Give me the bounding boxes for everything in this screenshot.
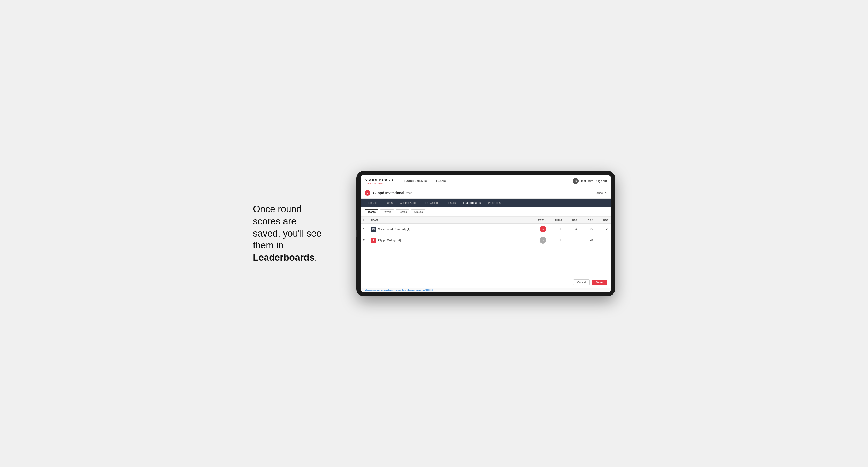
tab-tee-groups[interactable]: Tee Groups xyxy=(421,198,443,207)
cell-rd2: +5 xyxy=(580,223,595,235)
table-header-row: # TEAM TOTAL THRU RD1 RD2 RD3 xyxy=(361,217,611,224)
subtab-players[interactable]: Players xyxy=(380,210,394,214)
leaderboard-table: # TEAM TOTAL THRU RD1 RD2 RD3 1 SU Score… xyxy=(361,217,611,246)
col-rd2: RD2 xyxy=(580,217,595,224)
nav-links: TOURNAMENTS TEAMS xyxy=(400,175,450,187)
cell-rd3: +3 xyxy=(595,235,611,246)
text-line2: scores are xyxy=(253,216,297,226)
cell-total: -5 xyxy=(531,223,549,235)
user-name: Test User | xyxy=(581,180,594,183)
subtab-teams[interactable]: Teams xyxy=(365,210,378,214)
footer-cancel-button[interactable]: Cancel xyxy=(573,279,590,285)
tournament-gender: (Men) xyxy=(406,191,413,194)
nav-right: S Test User | Sign out xyxy=(573,178,607,184)
team-logo-icon: C xyxy=(371,238,376,243)
tablet-screen: SCOREBOARD Powered by clippd TOURNAMENTS… xyxy=(361,175,611,292)
tab-leaderboards[interactable]: Leaderboards xyxy=(460,198,485,207)
team-name: Scoreboard University [A] xyxy=(378,227,410,231)
logo-scoreboard: SCOREBOARD xyxy=(365,178,393,182)
subtab-scores[interactable]: Scores xyxy=(396,210,409,214)
tab-course-setup[interactable]: Course Setup xyxy=(396,198,421,207)
score-badge: -5 xyxy=(539,226,546,232)
url-text: https://stage-blue-coach.stagescoreboard… xyxy=(365,289,433,291)
col-team: TEAM xyxy=(368,217,531,224)
cell-team: SU Scoreboard University [A] xyxy=(368,223,531,235)
col-thru: THRU xyxy=(549,217,564,224)
text-line3: saved, you'll see xyxy=(253,228,321,239)
tournament-name: Clippd Invitational xyxy=(373,191,404,195)
tournament-icon: C xyxy=(365,190,370,196)
logo-area: SCOREBOARD Powered by clippd xyxy=(365,178,393,184)
table-row: 1 SU Scoreboard University [A] -5 F -4 +… xyxy=(361,223,611,235)
sign-out-button[interactable]: Sign out xyxy=(596,180,607,183)
team-name: Clippd College [A] xyxy=(378,239,401,242)
tournament-cancel-button[interactable]: Cancel ✕ xyxy=(595,191,607,194)
tournament-header: C Clippd Invitational (Men) Cancel ✕ xyxy=(361,187,611,198)
url-bar: https://stage-blue-coach.stagescoreboard… xyxy=(361,287,611,292)
team-logo-icon: SU xyxy=(371,226,376,232)
nav-tournaments[interactable]: TOURNAMENTS xyxy=(400,175,431,187)
cell-thru: F xyxy=(549,235,564,246)
col-rd1: RD1 xyxy=(564,217,580,224)
tab-results[interactable]: Results xyxy=(443,198,460,207)
text-line5-bold: Leaderboards xyxy=(253,252,314,263)
cell-thru: F xyxy=(549,223,564,235)
score-badge: +3 xyxy=(539,237,546,244)
left-description: Once round scores are saved, you'll see … xyxy=(253,203,341,264)
text-line4: them in xyxy=(253,240,283,251)
footer-bar: Cancel Save xyxy=(361,277,611,287)
tab-details[interactable]: Details xyxy=(365,198,381,207)
footer-save-button[interactable]: Save xyxy=(592,280,607,285)
cell-total: +3 xyxy=(531,235,549,246)
user-avatar: S xyxy=(573,178,579,184)
logo-powered: Powered by clippd xyxy=(365,182,393,184)
col-total: TOTAL xyxy=(531,217,549,224)
tablet-notch xyxy=(355,229,356,238)
text-line1: Once round xyxy=(253,204,302,214)
close-icon: ✕ xyxy=(604,191,607,194)
col-rank: # xyxy=(361,217,368,224)
subtab-strokes[interactable]: Strokes xyxy=(411,210,426,214)
cell-rd1: +8 xyxy=(564,235,580,246)
text-period: . xyxy=(314,252,317,263)
sub-tabs: Teams Players Scores Strokes xyxy=(361,207,611,217)
cell-rd2: -8 xyxy=(580,235,595,246)
tab-printables[interactable]: Printables xyxy=(485,198,504,207)
cell-rd1: -4 xyxy=(564,223,580,235)
empty-space xyxy=(361,246,611,277)
nav-teams[interactable]: TEAMS xyxy=(431,175,450,187)
tablet-frame: SCOREBOARD Powered by clippd TOURNAMENTS… xyxy=(356,171,615,296)
cell-rank: 1 xyxy=(361,223,368,235)
tab-teams[interactable]: Teams xyxy=(381,198,396,207)
cell-rank: 2 xyxy=(361,235,368,246)
col-rd3: RD3 xyxy=(595,217,611,224)
top-nav: SCOREBOARD Powered by clippd TOURNAMENTS… xyxy=(361,175,611,187)
cell-rd3: -6 xyxy=(595,223,611,235)
tab-nav: Details Teams Course Setup Tee Groups Re… xyxy=(361,198,611,207)
table-row: 2 C Clippd College [A] +3 F +8 -8 +3 xyxy=(361,235,611,246)
cell-team: C Clippd College [A] xyxy=(368,235,531,246)
